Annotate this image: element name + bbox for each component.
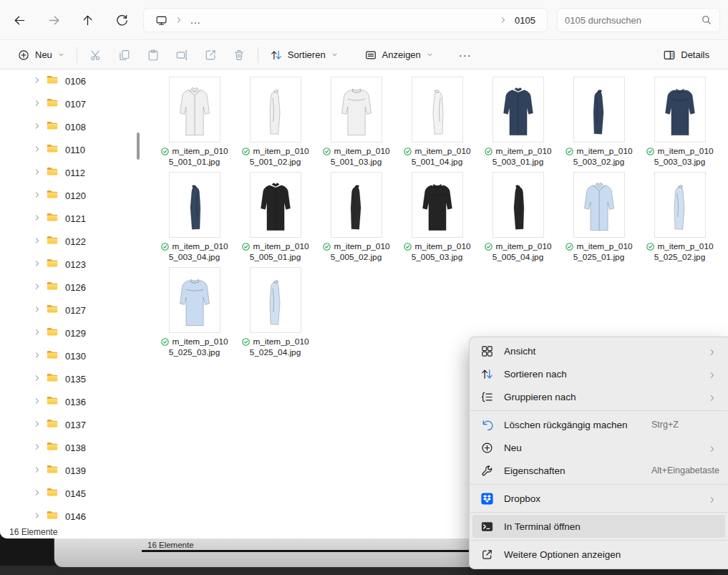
file-item[interactable]: m_item_p_010 5_005_03.jpg	[397, 172, 477, 267]
breadcrumb-this-pc[interactable]	[151, 11, 172, 29]
breadcrumb-ellipsis[interactable]: ...	[186, 11, 205, 29]
file-item[interactable]: m_item_p_010 5_003_04.jpg	[154, 172, 235, 267]
file-item[interactable]: m_item_p_010 5_025_02.jpg	[639, 172, 720, 267]
file-thumbnail[interactable]	[654, 77, 706, 142]
sidebar-folder-0120[interactable]: 0120	[0, 184, 140, 207]
file-thumbnail[interactable]	[412, 172, 463, 238]
sidebar-folder-0108[interactable]: 0108	[0, 115, 140, 138]
file-thumbnail[interactable]	[492, 77, 544, 142]
sidebar-folder-0129[interactable]: 0129	[0, 322, 140, 344]
file-item[interactable]: m_item_p_010 5_005_01.jpg	[235, 172, 316, 267]
file-item[interactable]: m_item_p_010 5_025_04.jpg	[235, 267, 316, 362]
sidebar-folder-0107[interactable]: 0107	[0, 92, 140, 115]
chevron-right-icon[interactable]	[33, 120, 42, 133]
file-item[interactable]: m_item_p_010 5_025_01.jpg	[558, 172, 639, 267]
file-thumbnail[interactable]	[250, 172, 301, 238]
file-thumbnail[interactable]	[654, 172, 706, 238]
view-button[interactable]: Anzeigen	[357, 44, 441, 67]
file-thumbnail[interactable]	[492, 172, 544, 238]
file-thumbnail[interactable]	[250, 77, 301, 142]
sidebar-folder-0136[interactable]: 0136	[0, 390, 140, 413]
chevron-right-icon[interactable]	[33, 74, 42, 87]
sidebar-folder-0106[interactable]: 0106	[0, 69, 140, 92]
sidebar-folder-0138[interactable]: 0138	[0, 436, 140, 459]
chevron-right-icon[interactable]	[33, 235, 42, 248]
sidebar-folder-0123[interactable]: 0123	[0, 253, 140, 276]
rename-button[interactable]	[168, 44, 196, 67]
chevron-right-icon[interactable]	[33, 97, 42, 110]
chevron-right-icon[interactable]	[33, 327, 42, 339]
back-button[interactable]	[6, 7, 32, 33]
file-thumbnail[interactable]	[412, 77, 463, 142]
forward-button[interactable]	[41, 7, 67, 33]
sidebar-folder-0122[interactable]: 0122	[0, 230, 140, 253]
sidebar-folder-0137[interactable]: 0137	[0, 413, 140, 436]
chevron-right-icon[interactable]	[33, 349, 42, 362]
context-menu-item[interactable]: Dropbox	[472, 487, 725, 510]
chevron-right-icon[interactable]	[33, 464, 42, 477]
sidebar-folder-0112[interactable]: 0112	[0, 161, 140, 184]
file-item[interactable]: m_item_p_010 5_001_03.jpg	[316, 77, 397, 172]
file-thumbnail[interactable]	[250, 267, 301, 333]
sidebar-folder-0121[interactable]: 0121	[0, 207, 140, 230]
file-thumbnail[interactable]	[573, 77, 625, 142]
file-item[interactable]: m_item_p_010 5_005_04.jpg	[477, 172, 558, 267]
file-item[interactable]: m_item_p_010 5_001_02.jpg	[235, 77, 316, 172]
share-button[interactable]	[196, 44, 225, 67]
paste-button[interactable]	[139, 44, 168, 67]
chevron-right-icon[interactable]	[33, 487, 42, 500]
chevron-right-icon[interactable]	[33, 258, 42, 271]
chevron-right-icon[interactable]	[33, 418, 42, 431]
file-item[interactable]: m_item_p_010 5_001_01.jpg	[154, 77, 235, 172]
address-bar[interactable]: ... 0105	[143, 8, 548, 32]
file-item[interactable]: m_item_p_010 5_003_01.jpg	[477, 77, 558, 172]
chevron-right-icon[interactable]	[33, 395, 42, 408]
sidebar-folder-0139[interactable]: 0139	[0, 459, 140, 482]
context-menu-item[interactable]: In Terminal öffnen	[472, 515, 725, 538]
breadcrumb-current-folder[interactable]: 0105	[510, 11, 540, 29]
up-button[interactable]	[74, 7, 100, 33]
search-input[interactable]	[565, 15, 701, 26]
chevron-right-icon[interactable]	[33, 166, 42, 179]
context-menu-item[interactable]: Eigenschaften Alt+Eingabetaste	[472, 459, 725, 482]
context-menu-item[interactable]: Weitere Optionen anzeigen	[472, 543, 725, 566]
file-thumbnail[interactable]	[573, 172, 625, 238]
file-item[interactable]: m_item_p_010 5_003_03.jpg	[639, 77, 720, 172]
sidebar-folder-0127[interactable]: 0127	[0, 299, 140, 322]
context-menu-item[interactable]: Gruppieren nach	[472, 385, 725, 408]
context-menu-item[interactable]: Löschen rückgängig machen Strg+Z	[472, 413, 725, 436]
details-button[interactable]: Details	[656, 44, 717, 67]
delete-button[interactable]	[225, 44, 253, 67]
chevron-right-icon[interactable]	[33, 441, 42, 454]
chevron-right-icon[interactable]	[33, 189, 42, 202]
context-menu-item[interactable]: Neu	[472, 436, 725, 459]
context-menu-item[interactable]: Sortieren nach	[472, 362, 725, 385]
refresh-button[interactable]	[109, 7, 135, 33]
sidebar-folder-0146[interactable]: 0146	[0, 505, 140, 525]
chevron-right-icon[interactable]	[33, 281, 42, 294]
chevron-right-icon[interactable]	[33, 212, 42, 225]
sidebar-folder-0135[interactable]: 0135	[0, 367, 140, 390]
file-thumbnail[interactable]	[169, 172, 220, 238]
sidebar-folder-0145[interactable]: 0145	[0, 482, 140, 505]
chevron-right-icon[interactable]	[33, 304, 42, 317]
file-item[interactable]: m_item_p_010 5_003_02.jpg	[558, 77, 639, 172]
sidebar-folder-0126[interactable]: 0126	[0, 276, 140, 299]
file-thumbnail[interactable]	[331, 172, 382, 238]
sidebar-folder-0110[interactable]: 0110	[0, 138, 140, 161]
chevron-right-icon[interactable]	[33, 143, 42, 156]
sidebar-folder-0130[interactable]: 0130	[0, 344, 140, 367]
file-item[interactable]: m_item_p_010 5_005_02.jpg	[316, 172, 397, 267]
copy-button[interactable]	[110, 44, 139, 67]
search-box[interactable]	[557, 8, 720, 32]
file-item[interactable]: m_item_p_010 5_025_03.jpg	[154, 267, 235, 362]
cut-button[interactable]	[82, 44, 110, 67]
sort-button[interactable]: Sortieren	[263, 44, 346, 67]
context-menu-item[interactable]: Ansicht	[472, 339, 725, 362]
file-thumbnail[interactable]	[331, 77, 382, 142]
file-thumbnail[interactable]	[169, 267, 220, 333]
file-thumbnail[interactable]	[169, 77, 220, 142]
file-item[interactable]: m_item_p_010 5_001_04.jpg	[397, 77, 477, 172]
chevron-right-icon[interactable]	[33, 510, 42, 523]
more-options-button[interactable]: ···	[451, 44, 480, 67]
